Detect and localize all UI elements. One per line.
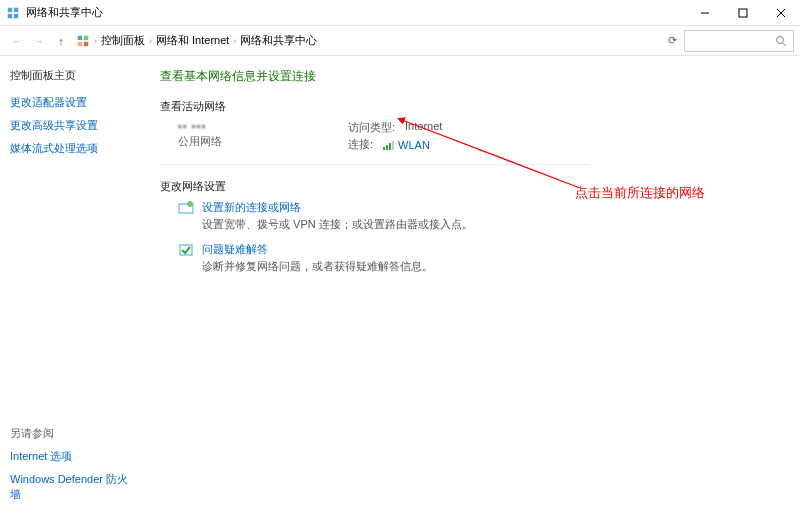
svg-rect-11	[84, 41, 88, 45]
task-desc: 设置宽带、拨号或 VPN 连接；或设置路由器或接入点。	[202, 217, 473, 232]
chevron-right-icon: ›	[94, 36, 97, 46]
svg-rect-20	[180, 245, 192, 255]
svg-rect-1	[14, 7, 18, 11]
svg-rect-9	[84, 35, 88, 39]
back-button[interactable]: ←	[6, 30, 28, 52]
svg-rect-16	[389, 143, 391, 150]
titlebar: 网络和共享中心	[0, 0, 800, 26]
access-type-value: Internet	[405, 120, 442, 135]
breadcrumb-icon	[76, 34, 90, 48]
new-connection-icon	[178, 200, 194, 216]
close-button[interactable]	[762, 0, 800, 26]
svg-rect-15	[386, 145, 388, 150]
sidebar-link-media[interactable]: 媒体流式处理选项	[10, 141, 130, 156]
minimize-button[interactable]	[686, 0, 724, 26]
chevron-right-icon: ›	[233, 36, 236, 46]
breadcrumb-item[interactable]: 网络和 Internet	[156, 33, 229, 48]
connection-label: 连接:	[348, 137, 373, 152]
see-also-label: 另请参阅	[10, 426, 130, 441]
svg-rect-3	[14, 13, 18, 17]
active-networks-section: ▪▪ ▪▪▪ 公用网络 访问类型: Internet 连接: WLAN	[160, 120, 590, 165]
svg-point-12	[777, 36, 784, 43]
annotation-text: 点击当前所连接的网络	[575, 184, 705, 202]
svg-rect-14	[383, 147, 385, 150]
troubleshoot-icon	[178, 242, 194, 258]
task-link[interactable]: 设置新的连接或网络	[202, 200, 473, 215]
svg-rect-5	[739, 9, 747, 17]
up-button[interactable]: ↑	[50, 30, 72, 52]
breadcrumb-item[interactable]: 网络和共享中心	[240, 33, 317, 48]
main-panel: 查看基本网络信息并设置连接 查看活动网络 ▪▪ ▪▪▪ 公用网络 访问类型: I…	[140, 56, 800, 522]
sidebar-link-firewall[interactable]: Windows Defender 防火墙	[10, 472, 130, 502]
search-icon	[775, 35, 787, 47]
network-name: ▪▪ ▪▪▪	[178, 120, 348, 132]
forward-button[interactable]: →	[28, 30, 50, 52]
sidebar-link-adapter[interactable]: 更改适配器设置	[10, 95, 130, 110]
breadcrumb: 控制面板 › 网络和 Internet › 网络和共享中心	[101, 33, 660, 48]
svg-rect-2	[8, 13, 12, 17]
search-input[interactable]	[684, 30, 794, 52]
sidebar: 控制面板主页 更改适配器设置 更改高级共享设置 媒体流式处理选项 另请参阅 In…	[0, 56, 140, 522]
chevron-right-icon: ›	[149, 36, 152, 46]
connection-link[interactable]: WLAN	[383, 137, 430, 152]
sidebar-link-internet-options[interactable]: Internet 选项	[10, 449, 130, 464]
window-title: 网络和共享中心	[26, 5, 686, 20]
svg-rect-10	[78, 41, 82, 45]
page-heading: 查看基本网络信息并设置连接	[160, 68, 780, 85]
task-link[interactable]: 问题疑难解答	[202, 242, 433, 257]
breadcrumb-item[interactable]: 控制面板	[101, 33, 145, 48]
maximize-button[interactable]	[724, 0, 762, 26]
svg-rect-0	[8, 7, 12, 11]
connection-value: WLAN	[398, 139, 430, 151]
navbar: ← → ↑ › 控制面板 › 网络和 Internet › 网络和共享中心 ⟳	[0, 26, 800, 56]
control-panel-home-link[interactable]: 控制面板主页	[10, 68, 130, 83]
task-troubleshoot: 问题疑难解答 诊断并修复网络问题，或者获得疑难解答信息。	[160, 242, 780, 274]
app-icon	[6, 6, 20, 20]
svg-line-13	[783, 43, 786, 46]
svg-rect-17	[392, 141, 394, 150]
active-networks-label: 查看活动网络	[160, 99, 780, 114]
access-type-label: 访问类型:	[348, 120, 395, 135]
task-new-connection: 设置新的连接或网络 设置宽带、拨号或 VPN 连接；或设置路由器或接入点。	[160, 200, 780, 232]
sidebar-link-sharing[interactable]: 更改高级共享设置	[10, 118, 130, 133]
refresh-button[interactable]: ⟳	[660, 34, 684, 47]
wifi-signal-icon	[383, 140, 395, 150]
network-type: 公用网络	[178, 134, 348, 149]
svg-rect-8	[78, 35, 82, 39]
svg-point-19	[187, 201, 193, 207]
task-desc: 诊断并修复网络问题，或者获得疑难解答信息。	[202, 259, 433, 274]
